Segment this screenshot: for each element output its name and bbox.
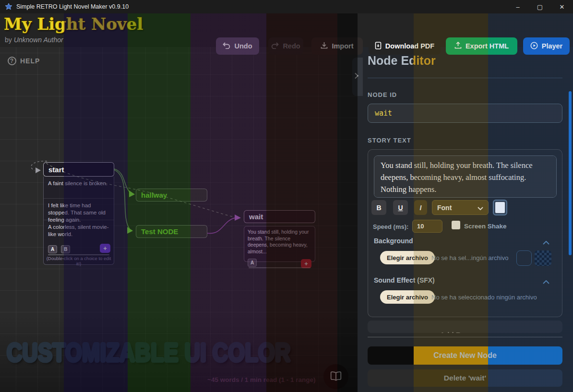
story-text-label: STORY TEXT [368, 137, 411, 144]
byline: by Unknown Author [5, 36, 63, 44]
divider [368, 78, 562, 78]
word-count-stats: ~45 words / 1 min read (1 - 1 range) [207, 376, 315, 383]
app-window: Simple RETRO Light Novel Maker v0.9.10 –… [0, 0, 573, 392]
choice-edit-hint: (Double-click on a choice to edit it!) [44, 256, 114, 266]
download-pdf-button[interactable]: Download PDF [369, 37, 441, 55]
app-star-icon [5, 3, 12, 11]
sfx-section-label: Sound Effect (SFX) [374, 276, 435, 284]
story-text-input[interactable]: You stand still, holding your breath. Th… [374, 155, 557, 198]
node-graph-canvas[interactable]: ? HELP start A faint silence is broken. … [0, 47, 358, 392]
choice-chip-a[interactable]: A [248, 259, 257, 267]
add-choice-button[interactable]: + [100, 244, 110, 253]
story-settings-group: You stand still, holding your breath. Th… [368, 149, 562, 317]
background-color-swatch[interactable] [516, 250, 532, 266]
choice-row[interactable]: A colorless, silent movie-like world. [44, 220, 114, 241]
import-button[interactable]: Import [311, 37, 363, 55]
add-choice-button[interactable]: + [301, 259, 311, 268]
background-choose-file-button[interactable]: Elegir archivo [380, 251, 435, 264]
speed-input[interactable] [412, 220, 442, 233]
node-resize-handle[interactable] [249, 267, 310, 268]
sfx-choose-file-button[interactable]: Elegir archivo [380, 290, 435, 304]
choice-chip-b[interactable]: B [61, 245, 70, 253]
add-response-button[interactable]: Add Response [368, 321, 562, 333]
close-button[interactable]: ✕ [551, 0, 573, 13]
export-upload-icon [454, 42, 462, 50]
screen-shake-checkbox[interactable] [452, 221, 460, 229]
panel-scrollbar[interactable] [569, 91, 572, 255]
help-button[interactable]: ? HELP [8, 57, 40, 65]
sfx-file-status: No se ha seleccionado ningún archivo [431, 294, 537, 301]
question-mark-icon: ? [8, 57, 16, 65]
chevron-right-icon [354, 72, 358, 81]
background-section-label: Background [374, 237, 413, 245]
book-button[interactable] [323, 364, 348, 389]
title-bar: Simple RETRO Light Novel Maker v0.9.10 –… [0, 0, 573, 13]
italic-button[interactable]: I [414, 200, 427, 215]
node-resize-handle[interactable] [48, 254, 109, 255]
text-color-picker[interactable] [493, 200, 507, 215]
undo-icon [223, 42, 230, 50]
node-wait-footer: A + [244, 257, 315, 269]
chevron-down-icon [478, 204, 483, 212]
open-book-icon [330, 371, 342, 382]
node-wait-preview: You stand still, holding your breath. Th… [244, 226, 315, 257]
node-start-footer: A B + (Double-click on a choice to edit … [44, 241, 114, 263]
chevron-up-icon[interactable] [543, 277, 549, 286]
create-new-node-button[interactable]: Create New Node [368, 346, 562, 365]
choice-row[interactable]: A faint silence is broken. [44, 177, 114, 199]
promo-overlay-title: CUSTOMIZABLE UI COLOR [7, 338, 291, 367]
node-id-label: NODE ID [368, 91, 397, 98]
color-swatch-white [495, 202, 505, 213]
export-html-button[interactable]: Export HTML [446, 37, 517, 55]
undo-button[interactable]: Undo [216, 37, 259, 55]
delete-node-button[interactable]: Delete 'wait' [368, 369, 562, 387]
underline-button[interactable]: U [393, 200, 408, 215]
maximize-button[interactable]: ▢ [529, 0, 551, 13]
panel-collapse-tab[interactable] [352, 58, 363, 96]
node-test-node[interactable]: Test NODE [136, 225, 207, 238]
chevron-up-icon[interactable] [543, 238, 549, 247]
choice-chip-a[interactable]: A [48, 245, 57, 253]
header-bar: My Light Novel by Unknown Author Undo Re… [0, 13, 573, 47]
background-transparency-swatch[interactable] [535, 250, 551, 266]
divider [368, 337, 562, 337]
node-editor-panel: Node Editor NODE ID STORY TEXT You stand… [358, 47, 573, 392]
font-select[interactable]: Font [432, 200, 489, 215]
screen-shake-label: Screen Shake [464, 223, 507, 230]
node-start-body[interactable]: A faint silence is broken. I felt like t… [43, 177, 114, 265]
app-title: Simple RETRO Light Novel Maker v0.9.10 [16, 3, 129, 10]
node-start-header[interactable]: start [43, 162, 114, 177]
redo-button[interactable]: Redo [268, 37, 303, 55]
redo-icon [271, 42, 279, 50]
pdf-file-icon [375, 42, 382, 51]
node-id-input[interactable] [368, 104, 562, 123]
node-hallway[interactable]: hallway [136, 189, 207, 202]
novel-title: My Light Novel [4, 14, 143, 34]
node-wait-header[interactable]: wait [244, 210, 315, 223]
choice-row[interactable]: I felt like time had stopped. That same … [44, 199, 114, 220]
author-name: Unknown Author [14, 36, 63, 44]
import-download-icon [321, 42, 328, 50]
panel-title: Node Editor [368, 54, 436, 68]
node-wait-body[interactable]: You stand still, holding your breath. Th… [244, 226, 315, 262]
bold-button[interactable]: B [371, 200, 386, 215]
background-file-status: No se ha sel...ingún archivo [431, 254, 508, 261]
play-circle-icon [530, 42, 538, 51]
minimize-button[interactable]: – [507, 0, 529, 13]
player-button[interactable]: Player [523, 37, 570, 55]
speed-label: Speed (ms): [373, 223, 408, 230]
